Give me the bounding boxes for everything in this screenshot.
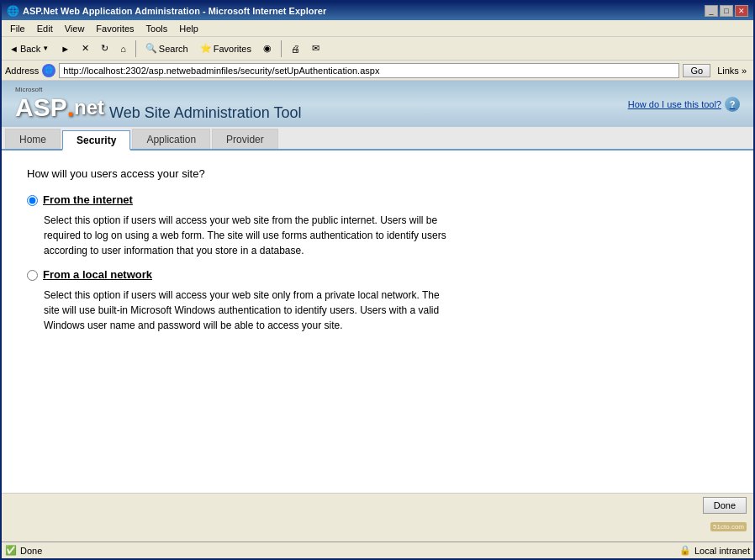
status-text: Done — [20, 546, 42, 556]
maximize-button[interactable]: □ — [720, 5, 733, 17]
address-bar: Address 🌐 http://localhost:2302/asp.netw… — [2, 61, 753, 81]
tab-bar: Home Security Application Provider — [2, 127, 753, 151]
menu-edit[interactable]: Edit — [32, 23, 58, 34]
help-link-text: How do I use this tool? — [628, 99, 721, 109]
back-label: Back — [20, 44, 40, 54]
toolbar-separator-2 — [281, 40, 282, 57]
mail-button[interactable]: ✉ — [308, 40, 324, 56]
lock-icon: 🔒 — [679, 545, 691, 556]
status-right: 🔒 Local intranet — [679, 545, 750, 556]
favorites-icon: ⭐ — [200, 43, 212, 54]
favorites-button[interactable]: ⭐ Favorites — [196, 40, 256, 56]
window-title: ASP.Net Web Application Administration -… — [23, 6, 326, 16]
done-area: Done — [2, 493, 753, 516]
status-icon: ✅ — [5, 545, 17, 556]
page-question: How will you users access your site? — [27, 167, 728, 180]
tab-home[interactable]: Home — [5, 129, 61, 149]
tab-application-label: Application — [146, 134, 196, 145]
address-url: http://localhost:2302/asp.netwebadminfil… — [63, 66, 379, 76]
option-local: From a local network — [27, 268, 728, 281]
browser-content: Microsoft ASP . net Web Site Administrat… — [2, 81, 753, 493]
status-left: ✅ Done — [5, 545, 42, 556]
menu-bar: File Edit View Favorites Tools Help — [2, 20, 753, 37]
tab-provider-label: Provider — [226, 134, 264, 145]
stop-icon: ✕ — [82, 43, 89, 54]
aspnet-header: Microsoft ASP . net Web Site Administrat… — [2, 81, 753, 127]
stop-button[interactable]: ✕ — [77, 40, 93, 56]
print-icon: 🖨 — [291, 44, 300, 54]
zone-text: Local intranet — [694, 546, 750, 556]
print-button[interactable]: 🖨 — [287, 41, 304, 56]
asp-text: ASP — [15, 93, 67, 122]
back-button[interactable]: ◄ Back ▼ — [5, 41, 53, 56]
address-label: Address — [5, 66, 39, 76]
page-content: How will you users access your site? Fro… — [2, 151, 753, 493]
watermark: 51cto.com — [710, 522, 747, 531]
search-icon: 🔍 — [145, 43, 157, 54]
search-label: Search — [159, 44, 188, 54]
menu-view[interactable]: View — [60, 23, 90, 34]
tab-home-label: Home — [19, 134, 46, 145]
help-question-icon: ? — [730, 99, 736, 109]
menu-tools[interactable]: Tools — [141, 23, 173, 34]
menu-file[interactable]: File — [5, 23, 30, 34]
home-button[interactable]: ⌂ — [116, 41, 130, 56]
site-admin-title: Web Site Administration Tool — [109, 104, 301, 122]
net-text: net — [74, 96, 104, 119]
address-globe-icon: 🌐 — [42, 64, 55, 77]
option-internet-description: Select this option if users will access … — [44, 213, 447, 258]
forward-icon: ► — [61, 44, 70, 54]
title-bar: 🌐 ASP.Net Web Application Administration… — [2, 2, 753, 20]
address-input[interactable]: http://localhost:2302/asp.netwebadminfil… — [59, 63, 679, 78]
links-button[interactable]: Links » — [714, 65, 750, 77]
tab-application[interactable]: Application — [132, 129, 210, 149]
go-button[interactable]: Go — [683, 64, 710, 77]
close-button[interactable]: ✕ — [735, 5, 748, 17]
toolbar-separator-1 — [135, 40, 136, 57]
media-icon: ◉ — [263, 43, 272, 54]
aspnet-logo: Microsoft ASP . net Web Site Administrat… — [15, 86, 302, 122]
option-internet: From the internet — [27, 193, 728, 206]
search-button[interactable]: 🔍 Search — [141, 40, 193, 56]
menu-favorites[interactable]: Favorites — [91, 23, 139, 34]
favorites-label: Favorites — [214, 44, 251, 54]
status-bar: ✅ Done 🔒 Local intranet — [2, 542, 753, 558]
radio-local[interactable] — [27, 270, 38, 281]
tab-provider[interactable]: Provider — [212, 129, 278, 149]
forward-button[interactable]: ► — [56, 41, 74, 56]
toolbar: ◄ Back ▼ ► ✕ ↻ ⌂ 🔍 Search ⭐ Favorites ◉ — [2, 37, 753, 61]
media-button[interactable]: ◉ — [259, 40, 276, 56]
radio-internet-label[interactable]: From the internet — [43, 193, 133, 206]
done-button[interactable]: Done — [703, 497, 747, 514]
mail-icon: ✉ — [312, 43, 319, 54]
window-controls: _ □ ✕ — [705, 5, 748, 17]
refresh-icon: ↻ — [101, 43, 108, 54]
dot-text: . — [67, 93, 74, 122]
back-arrow-icon: ◄ — [9, 44, 18, 54]
menu-help[interactable]: Help — [174, 23, 203, 34]
option-local-description: Select this option if users will access … — [44, 288, 447, 333]
home-icon: ⌂ — [120, 44, 126, 54]
help-link[interactable]: How do I use this tool? ? — [628, 97, 740, 112]
dropdown-arrow-icon: ▼ — [42, 45, 49, 52]
minimize-button[interactable]: _ — [705, 5, 718, 17]
radio-internet[interactable] — [27, 195, 38, 206]
tab-security-label: Security — [77, 135, 116, 146]
microsoft-label: Microsoft — [15, 86, 42, 93]
watermark-text: 51cto.com — [713, 523, 744, 531]
browser-icon: 🌐 — [7, 5, 19, 17]
tab-security[interactable]: Security — [62, 130, 130, 151]
refresh-button[interactable]: ↻ — [97, 40, 113, 56]
radio-local-label[interactable]: From a local network — [43, 268, 152, 281]
help-circle-icon: ? — [725, 97, 740, 112]
